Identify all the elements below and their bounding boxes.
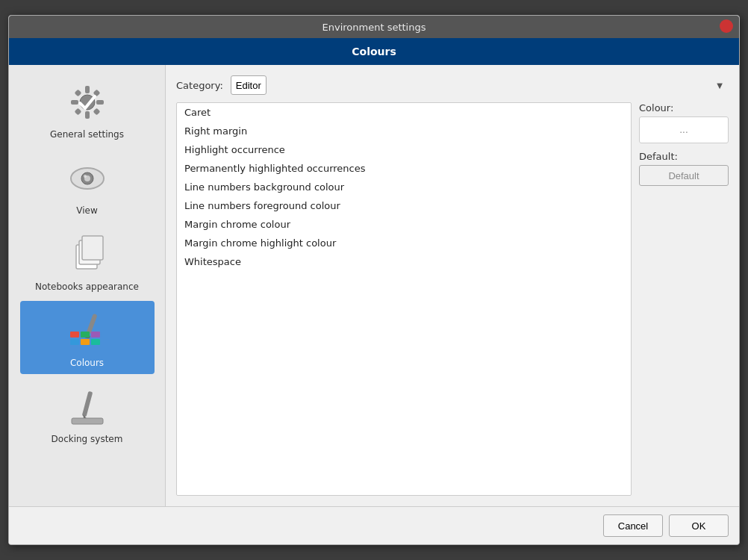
header-bar: Colours xyxy=(9,38,739,65)
sidebar-item-label-general: General settings xyxy=(50,129,124,140)
list-item-whitespace[interactable]: Whitespace xyxy=(177,252,631,271)
footer: Cancel OK xyxy=(9,506,739,544)
category-select-wrapper: Editor xyxy=(231,75,729,95)
svg-rect-21 xyxy=(81,339,90,345)
svg-rect-26 xyxy=(72,418,103,424)
category-select[interactable]: Editor xyxy=(231,75,267,95)
sidebar-item-colours[interactable]: Colours xyxy=(20,301,155,374)
title-bar: Environment settings xyxy=(9,16,739,38)
dialog: Environment settings Colours xyxy=(8,15,740,545)
category-label: Category: xyxy=(176,80,223,91)
general-settings-icon xyxy=(63,78,111,126)
header-title: Colours xyxy=(352,46,396,57)
svg-rect-22 xyxy=(91,332,100,337)
view-icon xyxy=(63,155,111,202)
svg-rect-24 xyxy=(81,391,93,417)
sidebar-item-notebooks[interactable]: Notebooks appearance xyxy=(20,225,155,298)
default-section: Default: Default xyxy=(639,151,729,186)
sidebar-item-view[interactable]: View xyxy=(20,149,155,222)
svg-rect-6 xyxy=(93,108,100,116)
svg-rect-19 xyxy=(81,332,90,337)
svg-rect-4 xyxy=(96,100,104,105)
colour-label: Colour: xyxy=(639,102,729,113)
right-panel: Category: Editor Caret Right margin High… xyxy=(166,65,739,506)
panels-row: Caret Right margin Highlight occurrence … xyxy=(176,102,729,496)
title-bar-text: Environment settings xyxy=(322,22,426,33)
svg-point-12 xyxy=(84,175,87,178)
svg-rect-16 xyxy=(86,314,97,335)
svg-rect-8 xyxy=(74,108,81,116)
list-item-caret[interactable]: Caret xyxy=(177,103,631,122)
sidebar: General settings View xyxy=(9,65,166,506)
list-item-line-numbers-fg[interactable]: Line numbers foreground colour xyxy=(177,196,631,215)
close-button[interactable] xyxy=(720,19,733,33)
colour-box[interactable]: ... xyxy=(639,116,729,143)
colour-panel: Colour: ... Default: Default xyxy=(639,102,729,496)
svg-rect-3 xyxy=(71,100,78,105)
sidebar-item-docking[interactable]: Docking system xyxy=(20,377,155,450)
svg-rect-1 xyxy=(85,86,90,93)
list-item-permanently-highlighted[interactable]: Permanently highlighted occurrences xyxy=(177,159,631,178)
category-row: Category: Editor xyxy=(176,75,729,95)
svg-rect-18 xyxy=(70,332,79,337)
sidebar-item-label-notebooks: Notebooks appearance xyxy=(35,281,139,292)
svg-rect-20 xyxy=(70,339,79,345)
cancel-button[interactable]: Cancel xyxy=(603,514,663,537)
list-item-highlight-occurrence[interactable]: Highlight occurrence xyxy=(177,140,631,159)
sidebar-item-label-view: View xyxy=(76,205,97,216)
list-item-margin-chrome[interactable]: Margin chrome colour xyxy=(177,215,631,234)
list-item-margin-chrome-highlight[interactable]: Margin chrome highlight colour xyxy=(177,234,631,252)
svg-rect-5 xyxy=(74,90,81,97)
colours-icon xyxy=(63,307,111,355)
ok-button[interactable]: OK xyxy=(669,514,729,537)
sidebar-item-label-colours: Colours xyxy=(70,358,104,368)
colour-section: Colour: ... xyxy=(639,102,729,143)
svg-rect-15 xyxy=(82,236,103,260)
default-label: Default: xyxy=(639,151,729,162)
sidebar-item-general-settings[interactable]: General settings xyxy=(20,72,155,146)
items-list: Caret Right margin Highlight occurrence … xyxy=(176,102,632,496)
main-content: General settings View xyxy=(9,65,739,506)
notebooks-icon xyxy=(63,231,111,279)
svg-rect-2 xyxy=(85,111,90,119)
list-item-right-margin[interactable]: Right margin xyxy=(177,122,631,140)
list-item-line-numbers-bg[interactable]: Line numbers background colour xyxy=(177,178,631,196)
sidebar-item-label-docking: Docking system xyxy=(52,434,123,444)
default-button[interactable]: Default xyxy=(639,165,729,186)
svg-rect-23 xyxy=(91,339,100,345)
docking-icon xyxy=(63,383,111,431)
